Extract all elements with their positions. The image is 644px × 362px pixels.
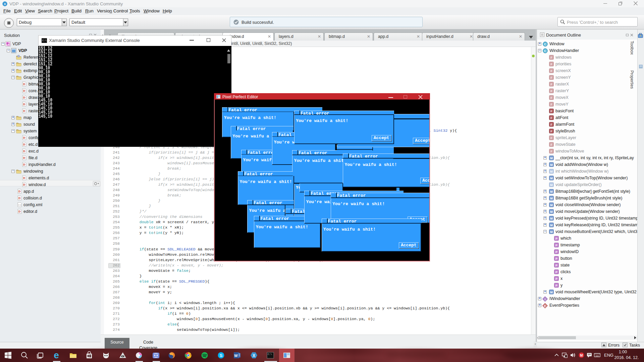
svg-text:F: F xyxy=(550,123,552,126)
svg-text:P: P xyxy=(555,284,557,287)
svg-text:e: e xyxy=(54,351,59,359)
svg-text:M: M xyxy=(550,230,553,234)
svg-text:M: M xyxy=(550,197,553,200)
svg-text:M: M xyxy=(550,190,553,193)
svg-text:F: F xyxy=(550,143,552,146)
svg-text:C: C xyxy=(544,42,546,46)
svg-text:X: X xyxy=(4,2,6,6)
svg-text:S: S xyxy=(220,353,223,358)
svg-text:F: F xyxy=(550,63,552,66)
svg-text:E: E xyxy=(544,304,546,308)
svg-text:D: D xyxy=(23,183,25,186)
svg-text:M: M xyxy=(550,177,553,180)
svg-text:D: D xyxy=(23,103,25,106)
svg-text:M: M xyxy=(550,217,553,220)
svg-text:D: D xyxy=(18,190,21,193)
svg-text:P: P xyxy=(555,257,557,260)
svg-text:D: D xyxy=(23,143,25,146)
svg-text:I: I xyxy=(545,298,546,301)
svg-text:M: M xyxy=(550,170,553,173)
svg-text:P: P xyxy=(555,250,557,254)
svg-text:D: D xyxy=(18,210,21,213)
svg-text:D: D xyxy=(23,96,25,99)
svg-text:C:\: C:\ xyxy=(268,353,272,356)
svg-text:M: M xyxy=(550,224,553,227)
svg-text:D: D xyxy=(23,82,25,86)
svg-text:F: F xyxy=(550,110,552,113)
svg-text:D: D xyxy=(23,176,25,180)
svg-text:P: P xyxy=(555,237,557,240)
svg-text:P: P xyxy=(555,244,557,247)
svg-text:F: F xyxy=(550,83,552,86)
svg-text:F: F xyxy=(550,89,552,93)
svg-text:F: F xyxy=(550,69,552,73)
svg-text:P: P xyxy=(555,270,557,274)
svg-text:M: M xyxy=(550,291,553,294)
svg-text:<>: <> xyxy=(18,203,21,206)
svg-text:M: M xyxy=(550,163,553,167)
svg-text:F: F xyxy=(550,76,552,79)
svg-text:D: D xyxy=(23,163,25,166)
svg-text:F: F xyxy=(550,116,552,120)
svg-text:D: D xyxy=(23,156,25,160)
svg-text:F: F xyxy=(550,96,552,100)
svg-text:F: F xyxy=(550,150,552,153)
svg-text:P: P xyxy=(555,277,557,281)
svg-text:D: D xyxy=(23,109,25,113)
svg-text:F: F xyxy=(550,56,552,59)
svg-text:C:\: C:\ xyxy=(42,39,47,42)
svg-text:P: P xyxy=(555,264,557,267)
svg-text:C: C xyxy=(544,49,546,53)
svg-text:D: D xyxy=(18,196,21,200)
svg-text:X: X xyxy=(253,353,255,358)
svg-text:D: D xyxy=(23,149,25,153)
svg-text:D: D xyxy=(23,89,25,93)
svg-text:M: M xyxy=(550,183,553,187)
svg-text:F: F xyxy=(550,130,552,133)
svg-text:F: F xyxy=(550,103,552,106)
svg-text:M: M xyxy=(550,157,553,160)
svg-text:F: F xyxy=(550,136,552,140)
svg-text:D: D xyxy=(23,136,25,139)
svg-text:M: M xyxy=(580,354,583,357)
svg-text:W: W xyxy=(234,354,238,358)
svg-text:M: M xyxy=(550,203,553,207)
svg-text:M: M xyxy=(550,210,553,214)
